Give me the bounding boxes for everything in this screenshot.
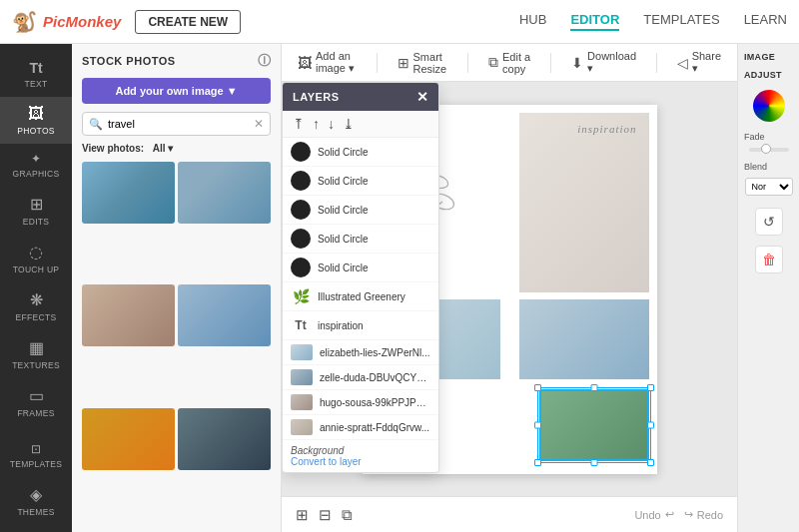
- redo-button[interactable]: ↪ Redo: [684, 508, 723, 521]
- sidebar-item-edits[interactable]: ⊞ EDITS: [0, 187, 72, 235]
- sidebar-item-label: TOUCH UP: [13, 265, 60, 274]
- view-photos-filter[interactable]: View photos: All ▾: [72, 140, 281, 158]
- layer-label: annie-spratt-FddqGrvw...: [320, 422, 430, 433]
- canvas-water-image[interactable]: [519, 299, 649, 379]
- grid-icon[interactable]: ⊟: [319, 506, 332, 524]
- layer-thumb-img: [291, 369, 313, 385]
- layers-close-button[interactable]: ✕: [416, 89, 429, 105]
- edit-copy-btn[interactable]: ⧉ Edit a copy: [482, 48, 536, 78]
- layer-thumb: [291, 171, 311, 191]
- info-icon[interactable]: ⓘ: [258, 52, 272, 70]
- sidebar-item-themes[interactable]: ◈ THEMES: [0, 477, 72, 525]
- templates-icon: ⊡: [31, 442, 41, 456]
- layer-thumb: [291, 258, 311, 277]
- sidebar-item-effects[interactable]: ❋ EFFECTS: [0, 282, 72, 330]
- sidebar-item-label: TEMPLATES: [10, 459, 63, 469]
- edits-icon: ⊞: [30, 195, 43, 214]
- layer-item-9[interactable]: hugo-sousa-99kPPJPed...: [283, 390, 438, 415]
- add-image-button[interactable]: Add your own image ▼: [82, 78, 271, 104]
- layer-item-6[interactable]: Tt inspiration: [283, 311, 438, 340]
- layer-label: Solid Circle: [318, 205, 430, 216]
- nav-editor[interactable]: EDITOR: [570, 12, 619, 31]
- effects-icon: ❋: [30, 290, 43, 309]
- layer-item-3[interactable]: Solid Circle: [283, 225, 438, 254]
- layer-action-bottom[interactable]: ⤓: [343, 116, 355, 132]
- sidebar-item-frames[interactable]: ▭ FRAMES: [0, 378, 72, 426]
- layer-item-5[interactable]: 🌿 Illustrated Greenery: [283, 282, 438, 311]
- add-image-toolbar-btn[interactable]: 🖼 Add an image ▾: [292, 47, 363, 78]
- layer-action-up[interactable]: ↑: [313, 116, 320, 132]
- undo-button[interactable]: Undo ↩: [634, 508, 673, 521]
- layer-action-top[interactable]: ⤒: [293, 116, 305, 132]
- fade-slider-thumb[interactable]: [761, 144, 771, 154]
- smart-resize-btn[interactable]: ⊞ Smart Resize: [392, 48, 454, 78]
- layer-thumb: [291, 200, 311, 220]
- search-input[interactable]: [108, 118, 249, 130]
- delete-button[interactable]: 🗑: [755, 246, 783, 273]
- fade-slider[interactable]: [749, 148, 789, 152]
- layer-item-7[interactable]: elizabeth-lies-ZWPerNl...: [283, 340, 438, 365]
- create-new-button[interactable]: CREATE NEW: [135, 10, 241, 34]
- photo-thumb-4[interactable]: [178, 284, 271, 346]
- blend-select[interactable]: Nor Mul Scr: [745, 178, 793, 196]
- image-label: IMAGE: [744, 52, 775, 62]
- rotate-button[interactable]: ↺: [755, 208, 783, 236]
- layer-convert-button[interactable]: Convert to layer: [291, 456, 430, 467]
- layer-thumb-text: Tt: [291, 315, 311, 335]
- editor-canvas-area[interactable]: inspiration: [282, 82, 737, 496]
- layer-action-down[interactable]: ↓: [328, 116, 335, 132]
- layer-item-2[interactable]: Solid Circle: [283, 196, 438, 225]
- nav-learn[interactable]: LEARN: [744, 12, 787, 31]
- nav-templates[interactable]: TEMPLATES: [643, 12, 719, 31]
- sidebar-item-comments[interactable]: 💬 COMMENTS: [0, 525, 72, 532]
- layer-thumb: [291, 229, 311, 249]
- photo-thumb-2[interactable]: [178, 162, 271, 224]
- canvas-inspire-text[interactable]: inspiration: [577, 123, 636, 135]
- share-btn[interactable]: ◁ Share ▾: [671, 47, 727, 78]
- logo-text: PicMonkey: [43, 13, 121, 30]
- layers-icon[interactable]: ⊞: [296, 506, 309, 524]
- sidebar-item-textures[interactable]: ▦ TEXTURES: [0, 330, 72, 378]
- nav-links: HUB EDITOR TEMPLATES LEARN: [519, 12, 787, 31]
- photo-grid: [72, 158, 281, 532]
- sidebar-item-label: GRAPHICS: [13, 169, 60, 179]
- photo-thumb-5[interactable]: [82, 408, 175, 470]
- color-wheel[interactable]: [753, 90, 785, 122]
- sidebar-item-photos[interactable]: 🖼 PHOTOS: [0, 97, 72, 144]
- layer-item-8[interactable]: zelle-duda-DBUvQCYN...: [283, 365, 438, 390]
- download-btn[interactable]: ⬇ Download ▾: [565, 47, 642, 78]
- toolbar: 🖼 Add an image ▾ ⊞ Smart Resize ⧉ Edit a…: [282, 44, 737, 82]
- layer-item-4[interactable]: Solid Circle: [283, 254, 438, 282]
- toolbar-separator-3: [550, 53, 551, 73]
- photo-thumb-1[interactable]: [82, 162, 175, 224]
- photo-thumb-6[interactable]: [178, 408, 271, 470]
- add-image-icon: 🖼: [298, 55, 312, 71]
- undo-icon: ↩: [665, 508, 674, 521]
- layer-background-label: Background: [291, 445, 430, 456]
- layer-item-10[interactable]: annie-spratt-FddqGrvw...: [283, 415, 438, 440]
- layer-thumb: [291, 142, 311, 162]
- sidebar-item-graphics[interactable]: ✦ GRAPHICS: [0, 144, 72, 187]
- smart-resize-icon: ⊞: [398, 55, 409, 71]
- smart-resize-label: Smart Resize: [413, 51, 448, 75]
- sidebar-item-touchup[interactable]: ◌ TOUCH UP: [0, 235, 72, 282]
- sidebar-item-templates[interactable]: ⊡ TEMPLATES: [0, 434, 72, 477]
- canvas-plant-image-selected[interactable]: [539, 389, 649, 461]
- layer-item-1[interactable]: Solid Circle: [283, 167, 438, 196]
- nav-hub[interactable]: HUB: [519, 12, 546, 31]
- search-clear-icon[interactable]: ✕: [254, 117, 264, 131]
- editor-area: 🖼 Add an image ▾ ⊞ Smart Resize ⧉ Edit a…: [282, 44, 737, 532]
- main-layout: Tt TEXT 🖼 PHOTOS ✦ GRAPHICS ⊞ EDITS ◌ TO…: [0, 44, 799, 532]
- layer-item-0[interactable]: Solid Circle: [283, 138, 438, 167]
- view-photos-value[interactable]: All ▾: [153, 143, 174, 154]
- themes-icon: ◈: [30, 485, 42, 504]
- canvas-arch-image[interactable]: [519, 113, 649, 292]
- sidebar-item-text[interactable]: Tt TEXT: [0, 52, 72, 97]
- layer-label: hugo-sousa-99kPPJPed...: [320, 397, 430, 408]
- photo-thumb-3[interactable]: [82, 284, 175, 346]
- touchup-icon: ◌: [29, 243, 43, 262]
- sidebar-item-label: EDITS: [23, 217, 50, 227]
- sidebar-item-label: TEXT: [25, 79, 48, 89]
- copy-icon[interactable]: ⧉: [342, 506, 353, 524]
- layer-background: Background Convert to layer: [283, 440, 438, 472]
